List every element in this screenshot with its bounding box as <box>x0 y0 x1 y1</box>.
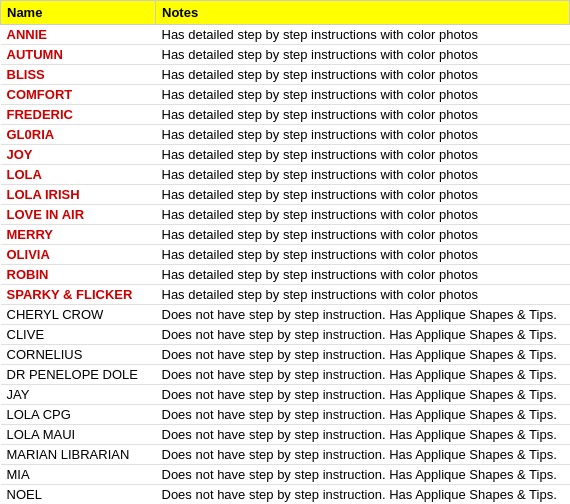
row-notes: Has detailed step by step instructions w… <box>156 225 570 245</box>
row-name: JOY <box>1 145 156 165</box>
row-notes: Has detailed step by step instructions w… <box>156 105 570 125</box>
row-notes: Has detailed step by step instructions w… <box>156 85 570 105</box>
row-notes: Does not have step by step instruction. … <box>156 445 570 465</box>
row-name: MERRY <box>1 225 156 245</box>
table-row: LOVE IN AIRHas detailed step by step ins… <box>1 205 570 225</box>
row-notes: Has detailed step by step instructions w… <box>156 65 570 85</box>
table-row: CORNELIUSDoes not have step by step inst… <box>1 345 570 365</box>
row-name: LOLA MAUI <box>1 425 156 445</box>
row-name: LOLA CPG <box>1 405 156 425</box>
table-header-row: Name Notes <box>1 1 570 25</box>
row-name: ROBIN <box>1 265 156 285</box>
row-name: SPARKY & FLICKER <box>1 285 156 305</box>
row-notes: Does not have step by step instruction. … <box>156 365 570 385</box>
row-notes: Has detailed step by step instructions w… <box>156 265 570 285</box>
table-row: LOLA MAUIDoes not have step by step inst… <box>1 425 570 445</box>
table-row: COMFORTHas detailed step by step instruc… <box>1 85 570 105</box>
row-notes: Does not have step by step instruction. … <box>156 485 570 505</box>
row-notes: Has detailed step by step instructions w… <box>156 285 570 305</box>
row-notes: Does not have step by step instruction. … <box>156 465 570 485</box>
row-notes: Has detailed step by step instructions w… <box>156 165 570 185</box>
row-name: OLIVIA <box>1 245 156 265</box>
table-row: ROBINHas detailed step by step instructi… <box>1 265 570 285</box>
row-name: JAY <box>1 385 156 405</box>
table-row: DR PENELOPE DOLEDoes not have step by st… <box>1 365 570 385</box>
header-notes: Notes <box>156 1 570 25</box>
row-notes: Has detailed step by step instructions w… <box>156 205 570 225</box>
table-row: FREDERICHas detailed step by step instru… <box>1 105 570 125</box>
row-notes: Does not have step by step instruction. … <box>156 385 570 405</box>
table-row: JOYHas detailed step by step instruction… <box>1 145 570 165</box>
row-notes: Has detailed step by step instructions w… <box>156 125 570 145</box>
row-name: GL0RIA <box>1 125 156 145</box>
table-row: JAYDoes not have step by step instructio… <box>1 385 570 405</box>
row-name: LOVE IN AIR <box>1 205 156 225</box>
table-row: AUTUMNHas detailed step by step instruct… <box>1 45 570 65</box>
row-name: ANNIE <box>1 25 156 45</box>
row-name: CHERYL CROW <box>1 305 156 325</box>
row-notes: Does not have step by step instruction. … <box>156 405 570 425</box>
row-notes: Does not have step by step instruction. … <box>156 305 570 325</box>
table-row: NOELDoes not have step by step instructi… <box>1 485 570 505</box>
row-name: COMFORT <box>1 85 156 105</box>
row-name: MIA <box>1 465 156 485</box>
row-name: NOEL <box>1 485 156 505</box>
table-row: ANNIEHas detailed step by step instructi… <box>1 25 570 45</box>
row-name: BLISS <box>1 65 156 85</box>
table-row: LOLAHas detailed step by step instructio… <box>1 165 570 185</box>
row-name: AUTUMN <box>1 45 156 65</box>
table-body: ANNIEHas detailed step by step instructi… <box>1 25 570 505</box>
row-name: FREDERIC <box>1 105 156 125</box>
row-notes: Has detailed step by step instructions w… <box>156 25 570 45</box>
row-notes: Has detailed step by step instructions w… <box>156 45 570 65</box>
table-row: MIADoes not have step by step instructio… <box>1 465 570 485</box>
table-row: MARIAN LIBRARIANDoes not have step by st… <box>1 445 570 465</box>
row-name: CLIVE <box>1 325 156 345</box>
table-row: CHERYL CROWDoes not have step by step in… <box>1 305 570 325</box>
table-row: LOLA IRISHHas detailed step by step inst… <box>1 185 570 205</box>
table-row: LOLA CPGDoes not have step by step instr… <box>1 405 570 425</box>
row-notes: Does not have step by step instruction. … <box>156 325 570 345</box>
row-name: LOLA IRISH <box>1 185 156 205</box>
row-name: DR PENELOPE DOLE <box>1 365 156 385</box>
row-notes: Does not have step by step instruction. … <box>156 425 570 445</box>
row-notes: Does not have step by step instruction. … <box>156 345 570 365</box>
row-name: MARIAN LIBRARIAN <box>1 445 156 465</box>
table-row: CLIVEDoes not have step by step instruct… <box>1 325 570 345</box>
row-notes: Has detailed step by step instructions w… <box>156 245 570 265</box>
main-table: Name Notes ANNIEHas detailed step by ste… <box>0 0 570 504</box>
table-row: MERRYHas detailed step by step instructi… <box>1 225 570 245</box>
table-row: SPARKY & FLICKERHas detailed step by ste… <box>1 285 570 305</box>
table-row: GL0RIAHas detailed step by step instruct… <box>1 125 570 145</box>
header-name: Name <box>1 1 156 25</box>
row-name: CORNELIUS <box>1 345 156 365</box>
table-row: BLISSHas detailed step by step instructi… <box>1 65 570 85</box>
row-name: LOLA <box>1 165 156 185</box>
table-row: OLIVIAHas detailed step by step instruct… <box>1 245 570 265</box>
row-notes: Has detailed step by step instructions w… <box>156 145 570 165</box>
row-notes: Has detailed step by step instructions w… <box>156 185 570 205</box>
